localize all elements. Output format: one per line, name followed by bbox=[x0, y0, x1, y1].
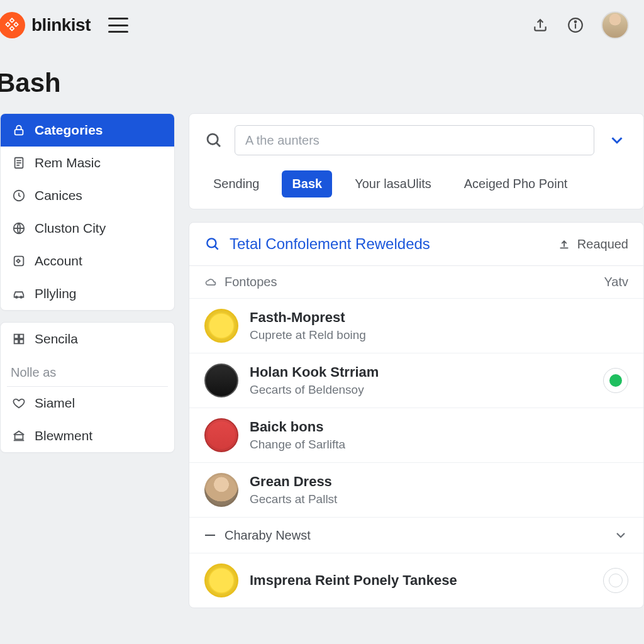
sidebar-item-label: Sencila bbox=[35, 331, 78, 347]
list-item[interactable]: Grean Dress Gecarts at Pallst bbox=[189, 462, 643, 517]
user-avatar[interactable] bbox=[601, 11, 629, 39]
search-card: Sending Bask Your lasaUlits Aceiged Pho … bbox=[189, 113, 644, 209]
list-item[interactable]: Imsprena Reint Ponely Tankese bbox=[189, 553, 643, 608]
item-cover-icon bbox=[204, 564, 238, 597]
brand-logo-icon bbox=[0, 12, 25, 38]
results-action[interactable]: Reaqued bbox=[557, 237, 628, 252]
grid-icon bbox=[12, 332, 26, 346]
item-title: Baick bons bbox=[250, 419, 628, 435]
sidebar-item-account[interactable]: Account bbox=[1, 245, 174, 277]
bank-icon bbox=[12, 429, 26, 443]
item-title: Fasth-Moprest bbox=[250, 309, 628, 326]
item-title: Grean Dress bbox=[250, 474, 628, 490]
filter-tabs: Sending Bask Your lasaUlits Aceiged Pho … bbox=[203, 170, 630, 197]
sidebar-item-label: Siamel bbox=[35, 396, 75, 411]
topbar-actions bbox=[531, 11, 629, 39]
upload-icon bbox=[557, 237, 571, 251]
share-icon[interactable] bbox=[531, 16, 550, 35]
minus-icon bbox=[204, 530, 216, 541]
svg-rect-17 bbox=[15, 435, 23, 439]
status-indicator-green[interactable] bbox=[603, 368, 628, 393]
tab-your-lasaulits[interactable]: Your lasaUlits bbox=[345, 170, 441, 197]
sidebar-group-secondary: Sencila Nolle as Siamel Blewment bbox=[0, 322, 175, 453]
status-indicator-empty[interactable] bbox=[603, 568, 628, 593]
brand[interactable]: blinkist bbox=[0, 12, 91, 38]
item-title: Imsprena Reint Ponely Tankese bbox=[250, 572, 592, 589]
item-subtitle: Gecarts of Beldensoy bbox=[250, 383, 592, 397]
sidebar-item-label: Account bbox=[35, 253, 82, 269]
car-icon bbox=[12, 287, 26, 301]
item-cover-icon bbox=[204, 364, 238, 397]
search-icon bbox=[204, 236, 221, 252]
sidebar-item-pllyling[interactable]: Pllyling bbox=[1, 277, 174, 310]
topbar: blinkist bbox=[0, 0, 644, 50]
sidebar-item-label: Rem Masic bbox=[35, 155, 101, 170]
item-subtitle: Gecarts at Pallst bbox=[250, 492, 628, 506]
globe-icon bbox=[12, 221, 26, 235]
square-icon bbox=[12, 254, 26, 268]
svg-rect-13 bbox=[14, 335, 18, 338]
svg-line-22 bbox=[214, 246, 218, 249]
sidebar-item-label: Canices bbox=[35, 188, 82, 203]
results-card: Tetal Confolement Reweldeds Reaqued Font… bbox=[189, 222, 644, 608]
sidebar-item-blewment[interactable]: Blewment bbox=[1, 419, 174, 452]
item-title: Holan Kook Strriam bbox=[250, 364, 592, 380]
sidebar-subheader: Nolle as bbox=[7, 355, 168, 387]
sidebar-item-rem-masic[interactable]: Rem Masic bbox=[1, 147, 174, 179]
lock-icon bbox=[12, 123, 26, 137]
sidebar-group-primary: Categories Rem Masic Canices Cluston Cit… bbox=[0, 113, 175, 311]
tab-aceiged-pho-point[interactable]: Aceiged Pho Point bbox=[454, 170, 578, 197]
page-title: Bash bbox=[0, 50, 644, 113]
list-item[interactable]: Baick bons Change of Sarlifta bbox=[189, 408, 643, 462]
svg-point-21 bbox=[207, 238, 216, 247]
svg-line-20 bbox=[216, 143, 220, 147]
sidebar-item-siamel[interactable]: Siamel bbox=[1, 387, 174, 419]
item-subtitle: Cuprete at Reld boing bbox=[250, 328, 628, 342]
item-cover-icon bbox=[204, 418, 238, 452]
column-left-label: Fontopes bbox=[225, 275, 277, 289]
column-right-label: Yatv bbox=[604, 275, 628, 289]
item-cover-icon bbox=[204, 309, 238, 343]
results-header: Tetal Confolement Reweldeds Reaqued bbox=[189, 223, 643, 266]
clock-icon bbox=[12, 189, 26, 203]
svg-rect-16 bbox=[19, 340, 23, 343]
chevron-down-icon[interactable] bbox=[604, 128, 630, 153]
sidebar-item-sencila[interactable]: Sencila bbox=[1, 323, 174, 355]
svg-point-19 bbox=[208, 134, 218, 144]
sidebar-item-label: Pllyling bbox=[35, 286, 77, 301]
item-subtitle: Change of Sarlifta bbox=[250, 438, 628, 452]
item-cover-icon bbox=[204, 473, 238, 507]
sidebar-item-categories[interactable]: Categories bbox=[1, 114, 174, 147]
search-input[interactable] bbox=[235, 125, 594, 155]
main: Sending Bask Your lasaUlits Aceiged Pho … bbox=[189, 113, 644, 608]
chevron-down-icon bbox=[613, 528, 628, 543]
cloud-icon bbox=[204, 276, 217, 289]
column-header: Fontopes Yatv bbox=[189, 266, 643, 298]
menu-icon[interactable] bbox=[108, 18, 128, 33]
tab-sending[interactable]: Sending bbox=[203, 170, 269, 197]
tab-bask[interactable]: Bask bbox=[282, 170, 332, 197]
svg-rect-14 bbox=[19, 335, 23, 338]
expander-label: Charaby Newst bbox=[225, 528, 311, 543]
group-expander[interactable]: Charaby Newst bbox=[189, 517, 643, 553]
sidebar-item-label: Categories bbox=[35, 123, 103, 138]
brand-name: blinkist bbox=[31, 15, 91, 35]
search-icon bbox=[203, 130, 225, 151]
info-icon[interactable] bbox=[566, 16, 585, 35]
svg-rect-3 bbox=[15, 130, 23, 135]
svg-rect-15 bbox=[14, 340, 18, 343]
sidebar-item-label: Cluston City bbox=[35, 221, 106, 236]
heart-icon bbox=[12, 396, 26, 410]
results-title: Tetal Confolement Reweldeds bbox=[230, 235, 430, 253]
svg-rect-10 bbox=[14, 257, 24, 266]
sidebar: Categories Rem Masic Canices Cluston Cit… bbox=[0, 113, 175, 453]
svg-point-2 bbox=[575, 21, 577, 23]
sidebar-item-label: Blewment bbox=[35, 428, 92, 443]
sidebar-item-cluston-city[interactable]: Cluston City bbox=[1, 212, 174, 245]
results-action-label: Reaqued bbox=[577, 237, 628, 252]
sidebar-item-canices[interactable]: Canices bbox=[1, 179, 174, 212]
document-icon bbox=[12, 156, 26, 170]
list-item[interactable]: Fasth-Moprest Cuprete at Reld boing bbox=[189, 298, 643, 353]
list-item[interactable]: Holan Kook Strriam Gecarts of Beldensoy bbox=[189, 353, 643, 408]
